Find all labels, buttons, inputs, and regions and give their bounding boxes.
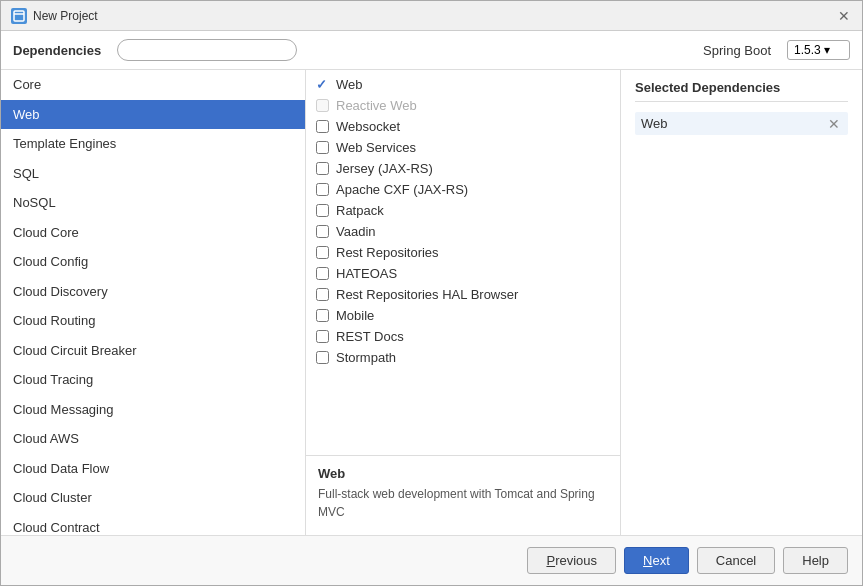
description-box: Web Full-stack web development with Tomc… [306,455,620,535]
cancel-label: Cancel [716,553,756,568]
left-item-cloud-cluster[interactable]: Cloud Cluster [1,483,305,513]
checkbox-mobile-input[interactable] [316,309,329,322]
checkbox-apache-cxf[interactable]: Apache CXF (JAX-RS) [306,179,620,200]
checkbox-web[interactable]: ✓ Web [306,74,620,95]
checkbox-apache-cxf-label: Apache CXF (JAX-RS) [336,182,468,197]
checkbox-stormpath-label: Stormpath [336,350,396,365]
next-label: Next [643,553,670,568]
bottom-bar: Previous Next Cancel Help [1,535,862,585]
title-bar: New Project ✕ [1,1,862,31]
checkbox-mobile[interactable]: Mobile [306,305,620,326]
checkbox-jersey-label: Jersey (JAX-RS) [336,161,433,176]
checkbox-stormpath-input[interactable] [316,351,329,364]
help-button[interactable]: Help [783,547,848,574]
checkbox-apache-cxf-input[interactable] [316,183,329,196]
left-item-cloud-core[interactable]: Cloud Core [1,218,305,248]
window-title: New Project [33,9,98,23]
description-title: Web [318,466,608,481]
checkbox-rest-docs-input[interactable] [316,330,329,343]
left-panel: Core Web Template Engines SQL NoSQL Clou… [1,70,306,535]
left-item-cloud-tracing[interactable]: Cloud Tracing [1,365,305,395]
checkbox-hateoas-input[interactable] [316,267,329,280]
left-item-cloud-data-flow[interactable]: Cloud Data Flow [1,454,305,484]
checkbox-web-label: Web [336,77,363,92]
content-area: Dependencies Spring Boot 1.5.3 ▾ 1.5.2 1… [1,31,862,535]
close-button[interactable]: ✕ [836,8,852,24]
checkbox-ratpack-label: Ratpack [336,203,384,218]
spring-boot-label: Spring Boot [703,43,771,58]
checkbox-rest-docs-label: REST Docs [336,329,404,344]
checkbox-websocket-input[interactable] [316,120,329,133]
left-item-template-engines[interactable]: Template Engines [1,129,305,159]
top-bar: Dependencies Spring Boot 1.5.3 ▾ 1.5.2 1… [1,31,862,70]
version-dropdown-wrapper[interactable]: 1.5.3 ▾ 1.5.2 1.4.7 2.0.0 [787,40,850,60]
left-item-cloud-config[interactable]: Cloud Config [1,247,305,277]
dependencies-label: Dependencies [13,43,101,58]
checkbox-websocket-label: Websocket [336,119,400,134]
left-item-cloud-circuit-breaker[interactable]: Cloud Circuit Breaker [1,336,305,366]
checkbox-vaadin-label: Vaadin [336,224,376,239]
checkbox-jersey[interactable]: Jersey (JAX-RS) [306,158,620,179]
checkbox-web-services-input[interactable] [316,141,329,154]
checkbox-vaadin[interactable]: Vaadin [306,221,620,242]
main-panels: Core Web Template Engines SQL NoSQL Clou… [1,70,862,535]
version-dropdown[interactable]: 1.5.3 ▾ 1.5.2 1.4.7 2.0.0 [787,40,850,60]
checkbox-jersey-input[interactable] [316,162,329,175]
checkbox-vaadin-input[interactable] [316,225,329,238]
left-item-web[interactable]: Web [1,100,305,130]
checkbox-reactive-web[interactable]: Reactive Web [306,95,620,116]
checkbox-rest-repos-input[interactable] [316,246,329,259]
search-input[interactable] [117,39,297,61]
left-item-nosql[interactable]: NoSQL [1,188,305,218]
checkbox-rest-repos-label: Rest Repositories [336,245,439,260]
checkbox-stormpath[interactable]: Stormpath [306,347,620,368]
checkbox-rest-repos-hal[interactable]: Rest Repositories HAL Browser [306,284,620,305]
checkbox-rest-repos-hal-input[interactable] [316,288,329,301]
remove-web-button[interactable]: ✕ [826,117,842,131]
description-text: Full-stack web development with Tomcat a… [318,485,608,521]
left-item-core[interactable]: Core [1,70,305,100]
selected-dep-web: Web ✕ [635,112,848,135]
left-item-cloud-messaging[interactable]: Cloud Messaging [1,395,305,425]
middle-panel: ✓ Web Reactive Web Websocket Web Ser [306,70,621,535]
checkbox-websocket[interactable]: Websocket [306,116,620,137]
left-item-sql[interactable]: SQL [1,159,305,189]
previous-label: Previous [546,553,597,568]
checkbox-web-services[interactable]: Web Services [306,137,620,158]
selected-dep-web-label: Web [641,116,668,131]
left-item-cloud-routing[interactable]: Cloud Routing [1,306,305,336]
checkboxes-area: ✓ Web Reactive Web Websocket Web Ser [306,70,620,455]
left-item-cloud-aws[interactable]: Cloud AWS [1,424,305,454]
checkbox-rest-repos-hal-label: Rest Repositories HAL Browser [336,287,518,302]
checkbox-ratpack-input[interactable] [316,204,329,217]
checkbox-mobile-label: Mobile [336,308,374,323]
right-panel: Selected Dependencies Web ✕ [621,70,862,535]
checkbox-hateoas[interactable]: HATEOAS [306,263,620,284]
left-item-cloud-discovery[interactable]: Cloud Discovery [1,277,305,307]
cancel-button[interactable]: Cancel [697,547,775,574]
help-label: Help [802,553,829,568]
new-project-window: New Project ✕ Dependencies Spring Boot 1… [0,0,863,586]
window-icon [11,8,27,24]
svg-rect-0 [14,11,24,21]
checkbox-hateoas-label: HATEOAS [336,266,397,281]
checkbox-rest-repos[interactable]: Rest Repositories [306,242,620,263]
checkbox-ratpack[interactable]: Ratpack [306,200,620,221]
checkbox-reactive-web-label: Reactive Web [336,98,417,113]
next-button[interactable]: Next [624,547,689,574]
checkbox-rest-docs[interactable]: REST Docs [306,326,620,347]
checkbox-web-services-label: Web Services [336,140,416,155]
left-item-cloud-contract[interactable]: Cloud Contract [1,513,305,536]
selected-dependencies-title: Selected Dependencies [635,80,848,102]
checkbox-reactive-web-input[interactable] [316,99,329,112]
previous-button[interactable]: Previous [527,547,616,574]
check-mark-web: ✓ [316,77,329,92]
